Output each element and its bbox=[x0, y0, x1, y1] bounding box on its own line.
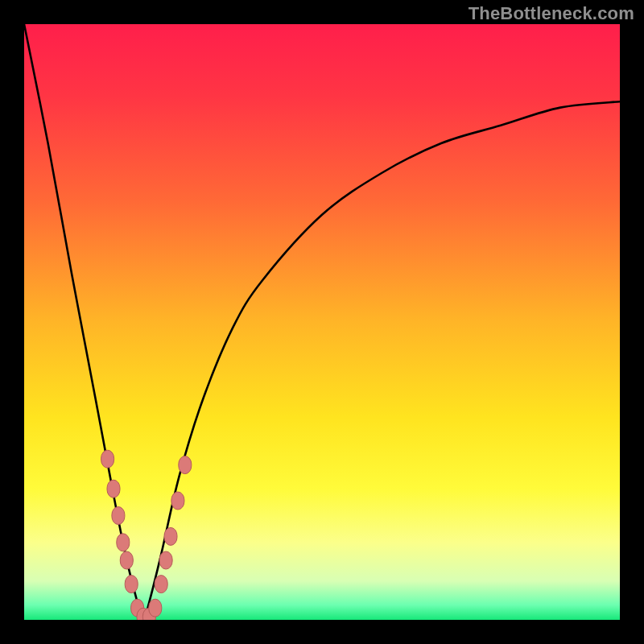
sample-markers bbox=[101, 450, 192, 620]
watermark-text: TheBottleneck.com bbox=[469, 3, 634, 24]
curve-layer bbox=[24, 24, 620, 620]
sample-marker bbox=[171, 492, 184, 510]
sample-marker bbox=[117, 534, 130, 551]
sample-marker bbox=[159, 551, 172, 569]
sample-marker bbox=[179, 456, 192, 474]
chart-frame: TheBottleneck.com bbox=[0, 0, 644, 644]
sample-marker bbox=[125, 576, 138, 593]
bottleneck-curve bbox=[24, 24, 620, 620]
sample-marker bbox=[155, 576, 167, 593]
sample-marker bbox=[164, 527, 177, 545]
sample-marker bbox=[120, 551, 133, 569]
plot-area bbox=[24, 24, 620, 620]
sample-marker bbox=[112, 507, 125, 525]
sample-marker bbox=[107, 480, 120, 497]
sample-marker bbox=[101, 450, 114, 468]
sample-marker bbox=[149, 599, 162, 617]
